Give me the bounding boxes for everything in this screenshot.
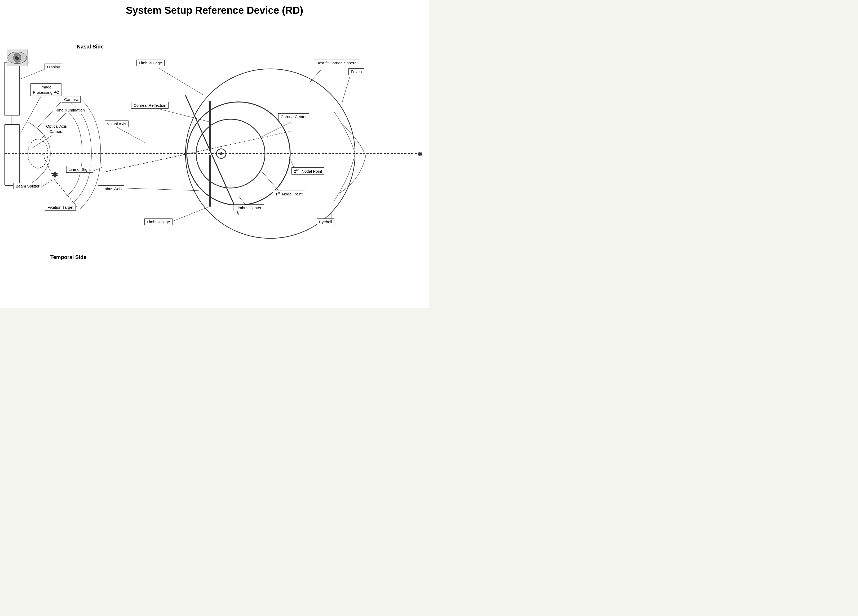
svg-line-20	[19, 70, 44, 79]
camera-label: Camera	[62, 96, 81, 103]
beam-splitter-label: Beam Splitter	[13, 183, 42, 189]
limbus-axis-label: Limbus Axis	[98, 185, 124, 192]
temporal-side-label: Temporal Side	[50, 254, 86, 260]
diagram-svg: ✱ ✱	[0, 21, 429, 307]
svg-line-27	[122, 188, 199, 191]
eyeball-label: Eyeball	[317, 219, 334, 225]
limbus-edge-top-label: Limbus Edge	[137, 60, 165, 66]
svg-line-38	[169, 206, 209, 222]
diagram-area: ✱ ✱	[0, 21, 429, 307]
page-title: System Setup Reference Device (RD)	[0, 0, 429, 17]
fixation-target-label: Fixation Target	[45, 204, 76, 211]
svg-text:✱: ✱	[52, 171, 58, 179]
svg-line-30	[158, 68, 204, 95]
eye-image	[7, 49, 28, 66]
svg-line-34	[342, 77, 350, 103]
display-label: Display	[45, 64, 62, 70]
nasal-side-label: Nasal Side	[77, 44, 104, 50]
limbus-edge-bottom-label: Limbus Edge	[145, 219, 173, 225]
svg-line-31	[158, 109, 209, 122]
svg-rect-2	[5, 124, 19, 185]
svg-line-8	[42, 154, 54, 180]
cornea-center-label: Cornea Center	[278, 113, 309, 120]
svg-line-13	[103, 146, 225, 172]
page: System Setup Reference Device (RD)	[0, 0, 429, 308]
first-nodal-point-label: 1st Nodal Point	[273, 190, 305, 197]
ring-illumination-label: Ring Illumination	[53, 107, 87, 113]
image-processing-pc-label: ImageProcessing PC	[31, 84, 62, 96]
best-fit-cornea-sphere-label: Best fit Cornea Sphere	[314, 60, 359, 66]
svg-line-21	[19, 92, 44, 135]
svg-text:✱: ✱	[417, 151, 422, 158]
visual-axis-label: Visual Axis	[105, 121, 129, 127]
fovea-label: Fovea	[348, 68, 364, 75]
svg-line-33	[310, 70, 321, 82]
second-nodal-point-label: 2nd Nodal Point	[291, 168, 324, 175]
line-of-sight-label: Line of Sight	[66, 166, 93, 173]
corneal-reflection-label: Corneal Reflection	[131, 102, 168, 109]
svg-line-25	[117, 127, 146, 143]
limbus-center-label: Limbus Center	[233, 205, 264, 211]
svg-point-43	[17, 56, 19, 57]
svg-line-15	[185, 95, 238, 214]
svg-rect-1	[5, 62, 19, 115]
optical-axis-camera-label: Optical AxisCamera	[44, 123, 69, 135]
svg-point-19	[220, 152, 222, 155]
